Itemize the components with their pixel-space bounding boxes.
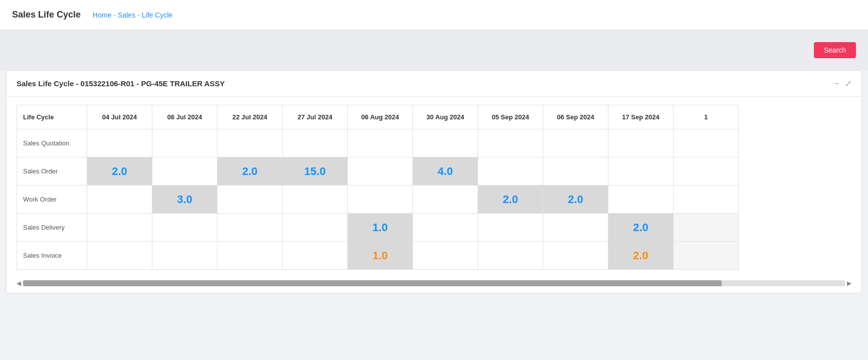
cell[interactable] — [674, 157, 739, 186]
cell[interactable] — [87, 214, 152, 242]
row-label-sales-order: Sales Order — [17, 157, 87, 186]
scroll-left-arrow[interactable]: ◀ — [17, 280, 21, 287]
cell[interactable] — [543, 157, 608, 186]
cell-sales-order-2[interactable]: 2.0 — [218, 157, 283, 186]
cell[interactable] — [283, 186, 348, 214]
panel-header: Sales Life Cycle - 015322106-R01 - PG-45… — [7, 71, 861, 97]
main-panel: Sales Life Cycle - 015322106-R01 - PG-45… — [6, 70, 862, 293]
cell[interactable] — [413, 214, 478, 242]
cell-work-order-6[interactable]: 2.0 — [478, 186, 543, 214]
cell[interactable] — [478, 157, 543, 186]
cell[interactable] — [413, 186, 478, 214]
cell-sales-delivery-8[interactable]: 2.0 — [608, 214, 674, 242]
cell[interactable] — [87, 242, 152, 270]
scroll-right-arrow[interactable]: ▶ — [847, 280, 851, 287]
cell[interactable] — [478, 129, 543, 157]
col-header-9: 1 — [674, 105, 739, 129]
cell[interactable] — [478, 214, 543, 242]
cell[interactable] — [152, 242, 218, 270]
table-header-row: Life Cycle 04 Jul 2024 06 Jul 2024 22 Ju… — [17, 105, 739, 129]
breadcrumb-sep2: - — [137, 11, 140, 19]
col-header-7: 06 Sep 2024 — [543, 105, 608, 129]
cell[interactable] — [152, 157, 218, 186]
breadcrumb-sep1: - — [113, 11, 116, 19]
cell[interactable] — [152, 214, 218, 242]
cell[interactable] — [674, 214, 739, 242]
cell[interactable] — [348, 186, 413, 214]
breadcrumb-lifecycle[interactable]: Life Cycle — [142, 11, 172, 19]
cell[interactable] — [348, 157, 413, 186]
cell[interactable] — [674, 129, 739, 157]
scroll-track[interactable] — [23, 280, 845, 286]
cell[interactable] — [218, 129, 283, 157]
cell-sales-order-0[interactable]: 2.0 — [87, 157, 152, 186]
cell[interactable] — [608, 129, 674, 157]
cell[interactable] — [478, 242, 543, 270]
cell[interactable] — [543, 129, 608, 157]
cell-work-order-7[interactable]: 2.0 — [543, 186, 608, 214]
table-wrapper[interactable]: Life Cycle 04 Jul 2024 06 Jul 2024 22 Ju… — [7, 97, 861, 278]
cell[interactable] — [218, 242, 283, 270]
cell-sales-invoice-8[interactable]: 2.0 — [608, 242, 674, 270]
cell-work-order-1[interactable]: 3.0 — [152, 186, 218, 214]
cell[interactable] — [283, 129, 348, 157]
cell[interactable] — [674, 242, 739, 270]
col-header-6: 05 Sep 2024 — [478, 105, 543, 129]
table-row: Sales Order 2.0 2.0 15.0 4.0 — [17, 157, 739, 186]
cell[interactable] — [218, 214, 283, 242]
col-header-5: 30 Aug 2024 — [413, 105, 478, 129]
minimize-button[interactable]: − — [834, 79, 839, 88]
lifecycle-table: Life Cycle 04 Jul 2024 06 Jul 2024 22 Ju… — [17, 105, 739, 270]
table-row: Work Order 3.0 2.0 2.0 — [17, 186, 739, 214]
cell[interactable] — [218, 186, 283, 214]
scroll-thumb[interactable] — [23, 280, 722, 286]
col-header-8: 17 Sep 2024 — [608, 105, 674, 129]
col-header-0: 04 Jul 2024 — [87, 105, 152, 129]
cell[interactable] — [543, 242, 608, 270]
cell[interactable] — [674, 186, 739, 214]
cell[interactable] — [283, 214, 348, 242]
col-header-1: 06 Jul 2024 — [152, 105, 218, 129]
cell[interactable] — [608, 157, 674, 186]
maximize-button[interactable]: ⤢ — [845, 79, 851, 88]
row-label-sales-quotation: Sales Quotation — [17, 129, 87, 157]
col-header-lifecycle: Life Cycle — [17, 105, 87, 129]
cell[interactable] — [543, 214, 608, 242]
cell[interactable] — [152, 129, 218, 157]
table-row: Sales Quotation — [17, 129, 739, 157]
cell[interactable] — [87, 186, 152, 214]
col-header-4: 06 Aug 2024 — [348, 105, 413, 129]
cell[interactable] — [348, 129, 413, 157]
cell[interactable] — [413, 242, 478, 270]
row-label-sales-invoice: Sales Invoice — [17, 242, 87, 270]
row-label-work-order: Work Order — [17, 186, 87, 214]
cell-sales-order-5[interactable]: 4.0 — [413, 157, 478, 186]
top-bar: Sales Life Cycle Home - Sales - Life Cyc… — [0, 0, 868, 30]
search-button[interactable]: Search — [814, 42, 856, 58]
cell-sales-order-3[interactable]: 15.0 — [283, 157, 348, 186]
breadcrumb-sales[interactable]: Sales — [118, 11, 135, 19]
col-header-3: 27 Jul 2024 — [283, 105, 348, 129]
cell-sales-invoice-4[interactable]: 1.0 — [348, 242, 413, 270]
row-label-sales-delivery: Sales Delivery — [17, 214, 87, 242]
breadcrumb-home[interactable]: Home — [93, 11, 111, 19]
breadcrumb: Home - Sales - Life Cycle — [93, 11, 172, 19]
panel-title: Sales Life Cycle - 015322106-R01 - PG-45… — [17, 79, 225, 88]
panel-actions: − ⤢ — [834, 79, 851, 88]
cell[interactable] — [608, 186, 674, 214]
cell[interactable] — [413, 129, 478, 157]
table-row: Sales Invoice 1.0 2.0 — [17, 242, 739, 270]
horizontal-scrollbar[interactable]: ◀ ▶ — [7, 278, 861, 293]
col-header-2: 22 Jul 2024 — [218, 105, 283, 129]
cell[interactable] — [283, 242, 348, 270]
app-title: Sales Life Cycle — [12, 10, 81, 20]
search-area: Search — [0, 30, 868, 70]
cell[interactable] — [87, 129, 152, 157]
table-row: Sales Delivery 1.0 2.0 — [17, 214, 739, 242]
cell-sales-delivery-4[interactable]: 1.0 — [348, 214, 413, 242]
